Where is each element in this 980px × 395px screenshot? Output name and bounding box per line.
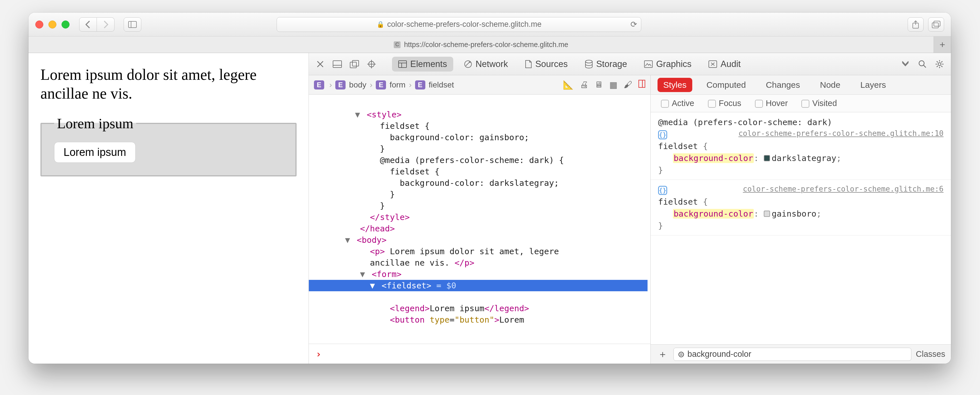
page-paragraph: Lorem ipsum dolor sit amet, legere ancil… <box>40 65 297 103</box>
favicon-icon: C <box>394 41 401 48</box>
svg-rect-7 <box>350 62 356 68</box>
inspect-element-icon[interactable] <box>365 58 378 70</box>
close-window[interactable] <box>35 21 43 29</box>
rule-origin-icon[interactable]: {} <box>658 130 667 139</box>
share-button[interactable] <box>908 18 924 32</box>
browser-tab[interactable]: C https://color-scheme-prefers-color-sch… <box>29 37 934 53</box>
tab-network[interactable]: Network <box>458 57 514 72</box>
style-rules[interactable]: @media (prefers-color-scheme: dark) {}co… <box>651 112 951 344</box>
pseudo-class-row: Active Focus Hover Visited <box>651 95 951 112</box>
console-strip[interactable]: › <box>309 344 651 364</box>
tab-elements[interactable]: Elements <box>392 57 453 72</box>
overflow-icon[interactable] <box>899 58 912 70</box>
back-button[interactable] <box>79 18 97 32</box>
browser-window: 🔒 color-scheme-prefers-color-scheme.glit… <box>29 13 951 364</box>
console-prompt-icon: › <box>316 348 321 360</box>
svg-line-28 <box>941 61 942 62</box>
lock-icon: 🔒 <box>377 21 384 28</box>
elements-icon <box>398 61 407 68</box>
rendered-page: Lorem ipsum dolor sit amet, legere ancil… <box>29 53 309 364</box>
network-icon <box>464 60 472 68</box>
dock-popout-icon[interactable] <box>348 58 361 70</box>
tab-node[interactable]: Node <box>814 78 846 92</box>
svg-line-20 <box>924 65 926 67</box>
tab-changes[interactable]: Changes <box>760 78 806 92</box>
layout-icon[interactable] <box>638 80 645 90</box>
styles-filter-row: ＋ ⊜ background-color Classes <box>651 344 951 364</box>
pseudo-focus[interactable]: Focus <box>708 99 741 108</box>
tab-sources[interactable]: Sources <box>519 57 574 72</box>
graphics-icon <box>644 61 653 68</box>
classes-toggle[interactable]: Classes <box>916 349 945 359</box>
svg-rect-5 <box>333 61 342 67</box>
sources-icon <box>525 60 532 68</box>
search-icon[interactable] <box>916 58 929 70</box>
crumb-fieldset[interactable]: Efieldset <box>415 80 454 89</box>
audit-icon <box>708 61 717 68</box>
close-icon[interactable] <box>314 58 326 70</box>
zoom-window[interactable] <box>62 21 70 29</box>
content-area: Lorem ipsum dolor sit amet, legere ancil… <box>29 53 951 364</box>
tab-audit[interactable]: Audit <box>702 57 747 72</box>
dom-pane: E › Ebody › Eform › Efieldset 📐 🖨 🖥 ▦ 🖌 <box>309 75 651 364</box>
filter-input[interactable]: ⊜ background-color <box>673 348 912 361</box>
page-button[interactable]: Lorem ipsum <box>54 142 135 163</box>
rule-block-1: @media (prefers-color-scheme: dark) {}co… <box>651 112 951 180</box>
tab-storage[interactable]: Storage <box>579 57 633 72</box>
tabs-button[interactable] <box>928 18 944 32</box>
new-tab-button[interactable]: + <box>934 37 951 53</box>
grid-icon[interactable]: ▦ <box>609 80 617 90</box>
svg-line-26 <box>937 61 938 62</box>
color-swatch-1[interactable] <box>764 155 770 161</box>
pseudo-hover[interactable]: Hover <box>755 99 788 108</box>
selected-node[interactable]: ▼ <fieldset> = $0 <box>309 280 648 291</box>
dom-tree[interactable]: ▼ <style> fieldset { background-color: g… <box>309 95 651 344</box>
minimize-window[interactable] <box>48 21 56 29</box>
svg-rect-4 <box>934 21 940 26</box>
device-icon[interactable]: 🖥 <box>595 80 603 90</box>
titlebar: 🔒 color-scheme-prefers-color-scheme.glit… <box>29 13 951 37</box>
color-swatch-2[interactable] <box>764 210 770 217</box>
svg-point-21 <box>938 63 941 65</box>
source-link-1[interactable]: color-scheme-prefers-color-scheme.glitch… <box>738 128 943 139</box>
filter-icon: ⊜ <box>678 349 684 359</box>
svg-point-19 <box>919 61 924 66</box>
crumb-body[interactable]: Ebody <box>335 80 366 89</box>
tab-styles[interactable]: Styles <box>657 78 692 92</box>
paint-icon[interactable]: 🖌 <box>624 80 632 90</box>
gear-icon[interactable] <box>933 58 946 70</box>
svg-rect-12 <box>399 61 407 67</box>
ruler-icon[interactable]: 📐 <box>563 80 573 90</box>
sidebar-toggle[interactable] <box>124 18 141 32</box>
devtools-toolbar: Elements Network Sources Storage Graphic… <box>309 53 951 75</box>
pseudo-active[interactable]: Active <box>661 99 694 108</box>
pseudo-visited[interactable]: Visited <box>801 99 837 108</box>
reload-icon[interactable]: ⟳ <box>630 20 637 29</box>
dock-bottom-icon[interactable] <box>331 58 344 70</box>
crumb-root[interactable]: E <box>314 80 326 89</box>
breadcrumb: E › Ebody › Eform › Efieldset 📐 🖨 🖥 ▦ 🖌 <box>309 75 651 95</box>
tab-layers[interactable]: Layers <box>855 78 892 92</box>
nav-buttons <box>79 18 115 32</box>
svg-rect-8 <box>352 61 359 66</box>
tab-computed[interactable]: Computed <box>701 78 751 92</box>
rule-origin-icon[interactable]: {} <box>658 186 667 195</box>
source-link-2[interactable]: color-scheme-prefers-color-scheme.glitch… <box>743 184 943 195</box>
url-text: color-scheme-prefers-color-scheme.glitch… <box>387 20 542 29</box>
new-rule-button[interactable]: ＋ <box>656 348 669 360</box>
tab-bar: C https://color-scheme-prefers-color-sch… <box>29 37 951 53</box>
svg-point-16 <box>585 60 592 63</box>
tab-graphics[interactable]: Graphics <box>638 57 698 72</box>
styles-tabs: Styles Computed Changes Node Layers <box>651 75 951 95</box>
rule-block-2: {}color-scheme-prefers-color-scheme.glit… <box>651 180 951 236</box>
svg-rect-30 <box>639 80 645 88</box>
url-bar[interactable]: 🔒 color-scheme-prefers-color-scheme.glit… <box>277 17 641 32</box>
print-icon[interactable]: 🖨 <box>580 80 588 90</box>
page-legend: Lorem ipsum <box>54 115 136 132</box>
styles-pane: Styles Computed Changes Node Layers Acti… <box>651 75 951 364</box>
svg-point-15 <box>465 61 471 67</box>
svg-line-27 <box>941 66 942 67</box>
forward-button[interactable] <box>97 18 115 32</box>
crumb-form[interactable]: Eform <box>376 80 406 89</box>
window-controls <box>35 21 70 29</box>
